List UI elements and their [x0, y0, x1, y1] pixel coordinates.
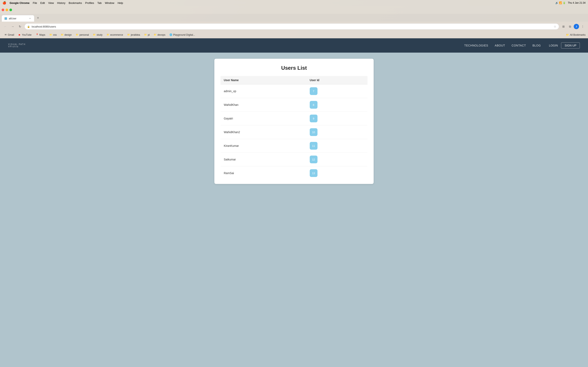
tab-favicon-icon: 🌐	[4, 17, 7, 20]
table-row: RamSai 13	[221, 166, 367, 180]
all-bookmarks-label[interactable]: All Bookmarks	[570, 33, 586, 36]
app-name-label: Google Chrome	[9, 1, 30, 4]
bookmarks-bar: ✉ Gmail ▶ YouTube 📍 Maps 📁 css 📁 design …	[0, 31, 588, 38]
user-id-cell: 7	[306, 84, 367, 98]
bookmark-jeralidea[interactable]: 📁 jeralidea	[126, 33, 142, 37]
bookmark-study-label: study	[96, 33, 103, 36]
menu-profiles[interactable]: Profiles	[85, 1, 94, 4]
split-view-button[interactable]: ⧉	[567, 24, 573, 29]
chrome-menu-button[interactable]: ⋮	[580, 24, 586, 29]
bookmark-playground-label: Playground Digital...	[173, 33, 195, 36]
extensions-button[interactable]: ⊞	[561, 24, 566, 29]
site-nav-links: TECHNOLOGIES ABOUT CONTACT BLOG	[464, 44, 541, 47]
bookmark-jeralidea-label: jeralidea	[131, 33, 140, 36]
menu-tab[interactable]: Tab	[97, 1, 102, 4]
bookmark-devops[interactable]: 📁 devops	[152, 33, 167, 37]
user-name-cell: admin_vp	[221, 84, 306, 98]
bookmark-ecommerce-label: ecommerce	[110, 33, 123, 36]
menubar-right-icons: 🔊 📶 🔋 Thu 4 Jan 21:34	[555, 1, 586, 4]
user-id-cell: 13	[306, 166, 367, 180]
col-userid-header: User Id	[306, 76, 367, 84]
bookmark-youtube-label: YouTube	[22, 33, 31, 36]
bookmark-study[interactable]: 📁 study	[91, 33, 104, 37]
chrome-addressbar: ← → ↻ 🔒 localhost:8080/users ☆ ⊞ ⧉ J ⋮	[0, 22, 588, 31]
menu-bookmarks[interactable]: Bookmarks	[69, 1, 82, 4]
chrome-titlebar	[0, 6, 588, 14]
bookmark-css[interactable]: 📁 css	[48, 33, 58, 37]
nav-blog[interactable]: BLOG	[532, 44, 541, 47]
site-logo-main: VISUAL PATH	[8, 43, 26, 45]
design-favicon-icon: 📁	[61, 33, 64, 36]
study-favicon-icon: 📁	[93, 33, 96, 36]
user-name-cell: Saikumar	[221, 153, 306, 166]
tab-title-label: allUser	[9, 17, 27, 20]
lock-icon: 🔒	[27, 25, 30, 28]
bookmark-design[interactable]: 📁 design	[59, 33, 73, 37]
menu-history[interactable]: History	[57, 1, 65, 4]
user-name-cell: WahidKhan	[221, 98, 306, 112]
ecommerce-favicon-icon: 📁	[107, 33, 109, 36]
users-table: User Name User Id admin_vp 7 WahidKhan 8…	[221, 76, 367, 180]
bookmark-ecommerce[interactable]: 📁 ecommerce	[105, 33, 125, 37]
login-link[interactable]: LOGIN	[549, 44, 558, 47]
bookmark-css-label: css	[53, 33, 57, 36]
bookmark-gmail[interactable]: ✉ Gmail	[2, 33, 16, 37]
bookmark-star-icon[interactable]: ☆	[554, 25, 556, 28]
bookmark-personal[interactable]: 📁 personal	[74, 33, 90, 37]
page-title: Users List	[221, 65, 367, 71]
active-tab[interactable]: 🌐 allUser ×	[2, 15, 34, 22]
bookmark-youtube[interactable]: ▶ YouTube	[17, 33, 33, 37]
address-bar[interactable]: 🔒 localhost:8080/users ☆	[25, 24, 559, 30]
nav-contact[interactable]: CONTACT	[512, 44, 526, 47]
reload-button[interactable]: ↻	[17, 24, 23, 29]
youtube-favicon-icon: ▶	[18, 33, 21, 36]
pi-favicon-icon: 📁	[144, 33, 147, 36]
bookmark-gmail-label: Gmail	[8, 33, 14, 36]
minimize-button[interactable]	[6, 8, 8, 11]
menu-view[interactable]: View	[48, 1, 54, 4]
traffic-lights	[2, 8, 12, 11]
close-button[interactable]	[2, 8, 4, 11]
bookmark-pi-label: pi	[148, 33, 150, 36]
user-id-cell: 8	[306, 98, 367, 112]
nav-about[interactable]: ABOUT	[495, 44, 505, 47]
table-row: KiranKumar 11	[221, 139, 367, 153]
user-id-cell: 12	[306, 153, 367, 166]
bookmark-playground[interactable]: 🌐 Playground Digital...	[168, 33, 197, 37]
user-name-cell: RamSai	[221, 166, 306, 180]
signup-button[interactable]: SIGN UP	[561, 42, 580, 49]
bookmark-devops-label: devops	[157, 33, 165, 36]
user-name-cell: Gayatri	[221, 112, 306, 125]
chrome-tab-bar: 🌐 allUser × +	[0, 14, 588, 22]
bookmark-maps[interactable]: 📍 Maps	[34, 33, 47, 37]
maps-favicon-icon: 📍	[36, 33, 39, 36]
forward-button[interactable]: →	[10, 24, 16, 29]
macos-menubar: 🍎 Google Chrome File Edit View History B…	[0, 0, 588, 6]
user-id-badge: 7	[310, 87, 318, 95]
menu-help[interactable]: Help	[118, 1, 123, 4]
tab-close-button[interactable]: ×	[28, 17, 32, 20]
new-tab-button[interactable]: +	[35, 15, 41, 21]
table-row: WahidKhan2 10	[221, 125, 367, 139]
address-text: localhost:8080/users	[32, 25, 552, 28]
menu-edit[interactable]: Edit	[40, 1, 45, 4]
page-background: Users List User Name User Id admin_vp 7 …	[0, 53, 588, 367]
back-button[interactable]: ←	[2, 24, 8, 29]
playground-favicon-icon: 🌐	[169, 33, 172, 36]
menu-file[interactable]: File	[33, 1, 37, 4]
profile-avatar[interactable]: J	[574, 24, 579, 29]
maximize-button[interactable]	[9, 8, 12, 11]
bookmark-pi[interactable]: 📁 pi	[143, 33, 151, 37]
apple-logo-icon[interactable]: 🍎	[2, 1, 6, 5]
menubar-icons: 🔊 📶 🔋	[555, 1, 566, 4]
user-id-cell: 10	[306, 125, 367, 139]
site-logo[interactable]: VISUAL PATH VProfile	[8, 43, 26, 48]
user-id-cell: 9	[306, 112, 367, 125]
user-id-badge: 8	[310, 101, 318, 109]
table-header-row: User Name User Id	[221, 76, 367, 84]
user-id-badge: 9	[310, 115, 318, 122]
user-id-badge: 12	[310, 156, 318, 163]
menu-window[interactable]: Window	[105, 1, 114, 4]
nav-technologies[interactable]: TECHNOLOGIES	[464, 44, 488, 47]
table-row: Gayatri 9	[221, 112, 367, 125]
